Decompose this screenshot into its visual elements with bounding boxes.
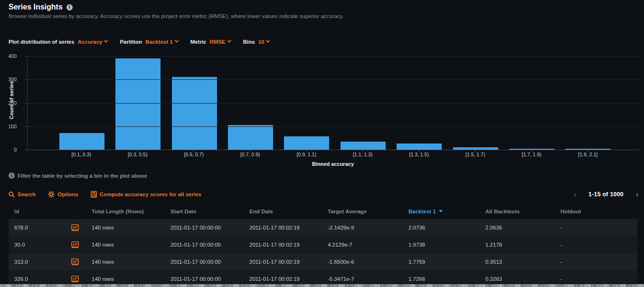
bin-label: [1.3, 1.5) bbox=[391, 152, 447, 157]
page-title-text: Series Insights bbox=[9, 3, 63, 11]
table-cell: 2011-01-17 00:00:00 bbox=[170, 276, 249, 282]
histogram-bar[interactable] bbox=[341, 142, 386, 150]
histogram-bar[interactable] bbox=[397, 144, 442, 150]
y-tick-label: 400 bbox=[0, 53, 17, 59]
plot-area: 0100200300400 bbox=[27, 56, 639, 150]
y-tick-label: 0 bbox=[0, 147, 17, 153]
gridline bbox=[28, 79, 639, 80]
bin-label: [1.9, 2.1] bbox=[560, 152, 616, 157]
screenshot-torn-edge bbox=[0, 284, 644, 287]
column-header-all-backtests[interactable]: All Backtests bbox=[485, 209, 560, 214]
chevron-down-icon bbox=[104, 38, 108, 42]
partition-label: Partition bbox=[120, 39, 142, 45]
histogram-bar[interactable] bbox=[59, 133, 104, 150]
table-cell: 2011-01-17 00:02:19 bbox=[249, 225, 328, 230]
bin-label: [0.7, 0.9) bbox=[222, 152, 279, 157]
column-header-start-date[interactable]: Start Date bbox=[170, 209, 249, 214]
column-header-id[interactable]: id bbox=[14, 209, 71, 214]
search-icon bbox=[9, 191, 15, 198]
info-icon[interactable]: i bbox=[66, 4, 73, 10]
pagination-range: 1-15 of 1000 bbox=[588, 191, 624, 198]
chevron-down-icon bbox=[227, 38, 231, 42]
accuracy-dropdown[interactable]: Accuracy bbox=[78, 39, 108, 45]
open-series-plot-button[interactable] bbox=[71, 241, 92, 248]
x-axis-title: Binned accuracy bbox=[27, 161, 639, 167]
table-row[interactable]: 678.0140 rows2011-01-17 00:00:002011-01-… bbox=[9, 219, 637, 236]
table-cell: 30.0 bbox=[14, 242, 71, 248]
table-cell: 2011-01-17 00:02:19 bbox=[249, 242, 328, 248]
column-header-backtest-1[interactable]: Backtest 1 bbox=[408, 209, 485, 214]
series-chart-icon bbox=[71, 276, 79, 282]
table-body: 678.0140 rows2011-01-17 00:00:002011-01-… bbox=[9, 219, 637, 287]
column-header-total-length-rows-[interactable]: Total Length (Rows) bbox=[92, 209, 170, 214]
table-cell: - bbox=[560, 242, 637, 248]
column-header-target-average[interactable]: Target Average bbox=[328, 209, 408, 214]
y-tick-mark bbox=[25, 56, 27, 57]
open-series-plot-button[interactable] bbox=[71, 276, 92, 282]
column-header-end-date[interactable]: End Date bbox=[249, 209, 328, 214]
search-button[interactable]: Search bbox=[9, 191, 36, 198]
table-cell: 2011-01-17 00:00:00 bbox=[170, 225, 249, 230]
table-row[interactable]: 30.0140 rows2011-01-17 00:00:002011-01-1… bbox=[9, 236, 637, 253]
bin-label: [1.1, 1.3) bbox=[335, 152, 391, 157]
histogram-bar[interactable] bbox=[172, 77, 217, 150]
open-series-plot-button[interactable] bbox=[71, 258, 92, 265]
table-row[interactable]: 313.0140 rows2011-01-17 00:00:002011-01-… bbox=[9, 253, 637, 270]
y-tick-mark bbox=[25, 103, 27, 104]
bin-label: [1.7, 1.9) bbox=[503, 152, 560, 157]
series-table: idTotal Length (Rows)Start DateEnd DateT… bbox=[0, 203, 644, 287]
bins-dropdown[interactable]: 10 bbox=[258, 39, 270, 45]
table-cell: 1.7759 bbox=[408, 259, 485, 265]
y-tick-label: 300 bbox=[0, 77, 17, 82]
options-button[interactable]: Options bbox=[48, 191, 78, 198]
next-page-button[interactable]: › bbox=[636, 190, 638, 198]
bins-label: Bins bbox=[243, 39, 255, 45]
metric-dropdown[interactable]: RMSE bbox=[210, 39, 231, 45]
column-header-holdout[interactable]: Holdout bbox=[560, 209, 644, 214]
table-cell: 2011-01-17 00:02:19 bbox=[249, 259, 328, 265]
open-series-plot-button[interactable] bbox=[71, 224, 92, 231]
gridline bbox=[28, 56, 639, 57]
table-toolbar: Search Options Compute accuracy scores f… bbox=[9, 191, 201, 198]
table-cell: 140 rows bbox=[92, 225, 170, 230]
compute-accuracy-button[interactable]: Compute accuracy scores for all series bbox=[91, 191, 201, 198]
bin-label: [0.5, 0.7) bbox=[166, 152, 222, 157]
bin-label: [0.3, 0.5) bbox=[110, 152, 166, 157]
y-tick-mark bbox=[25, 79, 27, 80]
table-cell: 0.3513 bbox=[485, 259, 560, 265]
table-cell: 2011-01-17 00:02:19 bbox=[249, 276, 328, 282]
table-cell: - bbox=[560, 276, 637, 282]
chevron-down-icon bbox=[266, 38, 270, 42]
series-chart-icon bbox=[71, 224, 79, 231]
calculator-icon bbox=[91, 191, 97, 198]
filter-note-text: Filter the table by selecting a bin in t… bbox=[18, 173, 147, 179]
table-cell: 678.0 bbox=[14, 225, 71, 230]
gridline bbox=[28, 103, 639, 104]
table-cell: 1.9738 bbox=[408, 242, 485, 248]
table-cell: 313.0 bbox=[14, 259, 71, 265]
table-cell: 2011-01-17 00:00:00 bbox=[170, 242, 249, 248]
table-cell: 2.0635 bbox=[485, 225, 560, 230]
metric-label: Metric bbox=[190, 39, 207, 45]
table-cell: - bbox=[560, 225, 637, 230]
gridline bbox=[28, 126, 639, 127]
plot-distribution-label: Plot distribution of series bbox=[9, 39, 75, 45]
chevron-down-icon bbox=[174, 38, 178, 42]
bin-label: [1.5, 1.7) bbox=[447, 152, 504, 157]
table-cell: 140 rows bbox=[92, 259, 170, 265]
histogram-bar[interactable] bbox=[284, 136, 329, 150]
table-header-row: idTotal Length (Rows)Start DateEnd DateT… bbox=[0, 203, 644, 219]
y-tick-label: 100 bbox=[0, 124, 17, 129]
gear-icon bbox=[48, 191, 55, 198]
bin-label: [0.1, 0.3) bbox=[53, 152, 110, 157]
info-icon: i bbox=[9, 172, 15, 179]
histogram-bar[interactable] bbox=[228, 125, 273, 150]
prev-page-button[interactable]: ‹ bbox=[574, 190, 576, 198]
plot-controls: Plot distribution of series Accuracy Par… bbox=[9, 39, 269, 45]
series-chart-icon bbox=[71, 258, 79, 265]
table-cell: 140 rows bbox=[92, 242, 170, 248]
partition-dropdown[interactable]: Backtest 1 bbox=[145, 39, 178, 45]
histogram-bar[interactable] bbox=[115, 58, 161, 150]
pagination: ‹ 1-15 of 1000 › bbox=[574, 190, 638, 198]
filter-note: i Filter the table by selecting a bin in… bbox=[9, 172, 147, 179]
